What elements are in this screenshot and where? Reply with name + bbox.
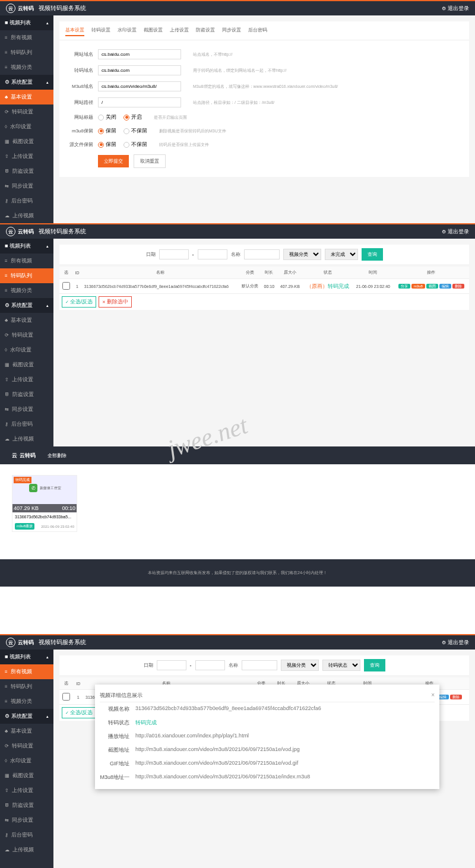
close-icon[interactable]: × — [431, 692, 435, 699]
name-label: 名称 — [231, 251, 240, 258]
m3u8-hint: M3u8绑定的域名，填写像这样：www.wwwstra016.xiandouer… — [193, 84, 338, 90]
radio-src-nokeep[interactable]: 不保留 — [124, 141, 147, 148]
sidebar-item-basic[interactable]: ♣ 基本设置 — [0, 90, 53, 104]
sitetitle-label: 网站标题 — [65, 114, 98, 121]
sidebar-group-system[interactable]: ⚙ 系统配置▴ — [0, 75, 53, 90]
category-select[interactable]: 视频分类 — [283, 249, 321, 260]
sidebar-item-password[interactable]: ⚷ 后台密码 — [0, 194, 53, 208]
m3u8keep-label: m3u8保留 — [65, 128, 98, 134]
page-title-2: 视频转码服务系统 — [39, 227, 86, 236]
date-to-4[interactable] — [195, 660, 225, 670]
detail-modal: 视频详细信息展示× 视频名称3136673d562bcb74d933ba577b… — [95, 685, 439, 789]
sidebar-item-upload[interactable]: ⇧ 上传设置 — [0, 149, 53, 164]
tab-password[interactable]: 后台密码 — [248, 25, 267, 36]
date-to-input[interactable] — [198, 249, 227, 259]
sidebar-group-video[interactable]: ■ 视频列表▴ — [0, 15, 53, 30]
tab-security[interactable]: 防盗设置 — [196, 25, 215, 36]
name-input-4[interactable] — [242, 660, 277, 670]
sidebar-group-sys-2[interactable]: ⚙ 系统配置▴ — [0, 298, 53, 313]
radio-title-off[interactable]: 关闭 — [98, 113, 116, 121]
select-all-4[interactable]: ✓ 全选/反选 — [62, 707, 96, 718]
logo: 云 云转码 — [6, 4, 34, 13]
op-delete[interactable]: 删除 — [452, 284, 464, 289]
m3u8-input[interactable] — [98, 81, 181, 91]
query-button[interactable]: 查询 — [362, 248, 383, 261]
path-label: 网站路径 — [65, 99, 98, 106]
sidebar-item-queue-2[interactable]: ≡ 转码队列 — [0, 268, 53, 283]
transcode-label: 转码域名 — [65, 67, 98, 74]
sidebar-item-all-4[interactable]: ≡ 所有视频 — [0, 664, 53, 679]
op-edit[interactable]: 编辑 — [439, 284, 451, 289]
tab-watermark[interactable]: 水印设置 — [118, 25, 137, 36]
radio-title-on[interactable]: 开启 — [124, 113, 142, 121]
domain-input[interactable] — [98, 49, 181, 59]
m3u8-label: M3u8域名 — [65, 83, 98, 90]
sidebar-item-cat-2[interactable]: ≡ 视频分类 — [0, 283, 53, 298]
reset-button[interactable]: 取消重置 — [134, 154, 166, 168]
transcode-input[interactable] — [98, 65, 181, 75]
srckeep-hint: 转码后是否保留上传源文件 — [159, 142, 209, 148]
header: 云 云转码 视频转码服务系统 ⚙ 退出登录 — [0, 0, 475, 15]
srckeep-label: 源文件保留 — [65, 141, 98, 148]
sidebar-item-security[interactable]: ⛨ 防盗设置 — [0, 164, 53, 179]
op-m3u8[interactable]: m3u8 — [411, 284, 425, 289]
delete-all-link[interactable]: 全部删除 — [48, 452, 66, 459]
card-thumb: 转码完成 ✆新媒体工作室 407.29 KB00:10 — [12, 476, 77, 512]
row-checkbox-4[interactable] — [62, 693, 70, 701]
sidebar-item-watermark[interactable]: ◊ 水印设置 — [0, 119, 53, 134]
wechat-icon: ✆ — [29, 484, 37, 492]
radio-m3u8-keep[interactable]: 保留 — [98, 127, 116, 135]
query-button-4[interactable]: 查询 — [364, 659, 385, 671]
tab-sync[interactable]: 同步设置 — [222, 25, 241, 36]
logout-link[interactable]: ⚙ 退出登录 — [442, 5, 469, 12]
cat-select-4[interactable]: 视频分类 — [281, 660, 319, 671]
status-select-4[interactable]: 转码状态 — [322, 660, 360, 671]
table-row: 1 3136673d562bcb74d933ba577b0e6df9_8eee1… — [59, 279, 469, 294]
sidebar-item-all-videos[interactable]: ≡ 所有视频 — [0, 30, 53, 45]
tab-upload[interactable]: 上传设置 — [170, 25, 189, 36]
status-select[interactable]: 未完成 — [325, 249, 358, 260]
m3u8-badge[interactable]: m3u8播放 — [15, 523, 34, 530]
sidebar-item-category[interactable]: ≡ 视频分类 — [0, 60, 53, 75]
sidebar-item-queue[interactable]: ≡ 转码队列 — [0, 45, 53, 60]
radio-src-keep[interactable]: 保留 — [98, 141, 116, 148]
row-checkbox[interactable] — [62, 282, 70, 290]
name-input[interactable] — [244, 249, 280, 259]
op-share[interactable]: 分享 — [398, 284, 410, 289]
sidebar-group-video-2[interactable]: ■ 视频列表▴ — [0, 239, 53, 254]
modal-play-val: http://a016.xiandouer.com/index.php/play… — [135, 733, 249, 740]
radio-m3u8-nokeep[interactable]: 不保留 — [124, 127, 147, 135]
logo-3: 云云转码 — [12, 452, 36, 460]
op-shot[interactable]: 截图 — [426, 284, 438, 289]
sidebar-item-sync[interactable]: ⇆ 同步设置 — [0, 179, 53, 194]
queue-table: 选ID 名称分类 时长原大小 状态时间 操作 1 3136673d562bcb7… — [59, 267, 469, 294]
select-all-button[interactable]: ✓ 全选/反选 — [62, 296, 96, 308]
tab-transcode[interactable]: 转码设置 — [91, 25, 110, 36]
save-button[interactable]: 立即提交 — [98, 155, 129, 167]
logout-link-2[interactable]: ⚙ 退出登录 — [442, 228, 469, 236]
sitetitle-hint: 是否开启输出页面 — [154, 115, 187, 121]
sidebar-item-upload-video[interactable]: ☁ 上传视频 — [0, 208, 53, 223]
gallery-header: 云云转码 全部删除 — [0, 446, 475, 464]
path-input[interactable] — [98, 97, 181, 107]
tab-basic[interactable]: 基本设置 — [65, 25, 84, 36]
logo-2: 云云转码 — [6, 227, 34, 236]
header-4: 云云转码 视频转码服务系统 ⚙ 退出登录 — [0, 634, 475, 650]
sidebar-item-all-2[interactable]: ≡ 所有视频 — [0, 254, 53, 268]
date-from-4[interactable] — [157, 660, 186, 670]
video-card[interactable]: 转码完成 ✆新媒体工作室 407.29 KB00:10 3136673d562b… — [12, 475, 77, 532]
modal-gif-val: http://m3u8.xiandouer.com/video/m3u8/202… — [135, 760, 298, 768]
brand-text: 云转码 — [18, 5, 34, 12]
tab-screenshot[interactable]: 截图设置 — [144, 25, 163, 36]
sidebar-item-screenshot[interactable]: ▦ 截图设置 — [0, 134, 53, 149]
sidebar-item-transcode[interactable]: ⟳ 转码设置 — [0, 104, 53, 119]
domain-hint: 站点域名，不带http:// — [193, 52, 233, 58]
delete-selected-button[interactable]: ✕ 删除选中 — [99, 296, 132, 308]
date-from-input[interactable] — [159, 249, 189, 259]
filter-bar: 日期 - 名称 视频分类 未完成 查询 — [59, 245, 469, 264]
logout-link-4[interactable]: ⚙ 退出登录 — [442, 639, 469, 647]
modal-title: 视频详细信息展示 — [100, 692, 142, 699]
page-title-4: 视频转码服务系统 — [39, 638, 86, 647]
logo-icon: 云 — [6, 4, 15, 13]
settings-tabs: 基本设置 转码设置 水印设置 截图设置 上传设置 防盗设置 同步设置 后台密码 — [59, 21, 469, 40]
